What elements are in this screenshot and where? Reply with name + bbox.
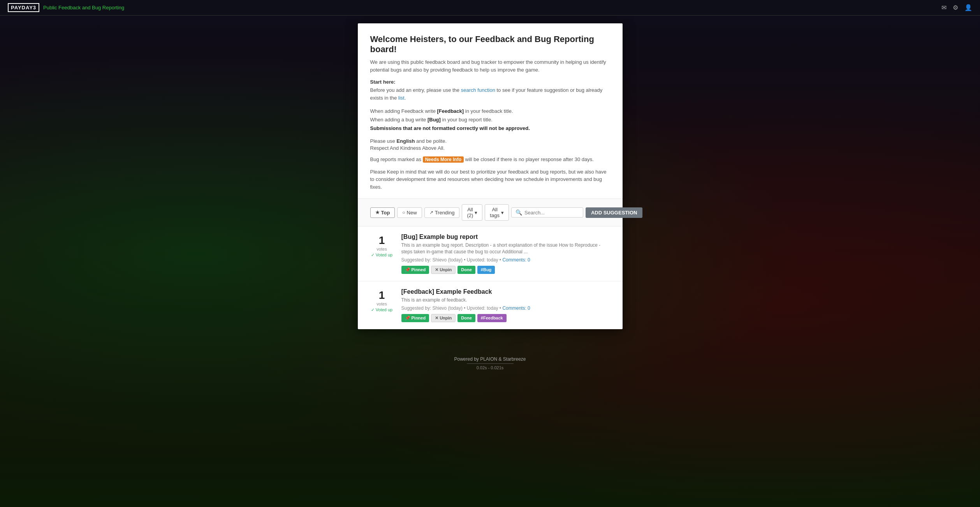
trending-label: Trending	[435, 210, 455, 216]
list-item: 1 votes ✓ Voted up [Bug] Example bug rep…	[358, 226, 623, 281]
tag-icon: ✕	[435, 267, 438, 272]
tag-pinned[interactable]: 📌 Pinned	[401, 266, 429, 274]
filter-bar: ★ Top ○ New ↗ Trending All (2) ▾ All tag…	[358, 199, 623, 226]
vote-col: 1 votes ✓ Voted up	[370, 233, 394, 258]
list-item: 1 votes ✓ Voted up [Feedback] Example Fe…	[358, 281, 623, 329]
new-label: New	[407, 210, 417, 216]
trending-icon: ↗	[429, 210, 433, 215]
tag-icon: 📌	[405, 267, 410, 272]
list-link[interactable]: list	[398, 95, 405, 101]
welcome-section: Welcome Heisters, to our Feedback and Bu…	[358, 23, 623, 199]
format-warning: Submissions that are not formatted corre…	[370, 124, 610, 133]
item-content: [Feedback] Example Feedback This is an e…	[401, 288, 610, 322]
powered-by-text: Powered by PLAION & Starbreeze	[454, 356, 526, 362]
vote-count: 1	[379, 235, 385, 246]
tags-row: 📌 Pinned✕ UnpinDone#Feedback	[401, 314, 610, 322]
votes-label: votes	[377, 302, 387, 306]
footer-timing: 0.02s - 0.021s	[4, 365, 976, 370]
page-wrapper: Welcome Heisters, to our Feedback and Bu…	[0, 16, 980, 353]
tags-chevron-icon: ▾	[501, 210, 504, 216]
circle-icon: ○	[402, 210, 405, 215]
start-here-label: Start here:	[370, 79, 610, 85]
item-desc: This is an example bug report. Descripti…	[401, 242, 610, 255]
navbar: PAYDAY3 Public Feedback and Bug Reportin…	[0, 0, 980, 16]
user-icon[interactable]: 👤	[964, 4, 972, 11]
navbar-logo: PAYDAY3 Public Feedback and Bug Reportin…	[8, 3, 124, 12]
gear-icon[interactable]: ⚙	[953, 4, 958, 11]
comments-link[interactable]: Comments: 0	[502, 305, 530, 311]
voted-up: ✓ Voted up	[371, 253, 393, 258]
trending-filter-btn[interactable]: ↗ Trending	[424, 207, 460, 218]
item-desc: This is an example of feedback.	[401, 297, 610, 303]
comments-link[interactable]: Comments: 0	[502, 257, 530, 263]
kindness-line: Respect And Kindness Above All.	[370, 145, 610, 151]
bug-instruction: When adding a bug write [Bug] in your bu…	[370, 116, 610, 124]
add-suggestion-button[interactable]: ADD SUGGESTION	[586, 207, 642, 218]
search-icon: 🔍	[516, 209, 522, 216]
star-icon: ★	[375, 210, 380, 215]
start-here-block: Start here: Before you add an entry, ple…	[370, 79, 610, 102]
navbar-title: Public Feedback and Bug Reporting	[43, 5, 124, 11]
footer-divider	[467, 363, 514, 364]
tag-unpin[interactable]: ✕ Unpin	[431, 314, 456, 322]
content-panel: Welcome Heisters, to our Feedback and Bu…	[358, 23, 623, 329]
navbar-icons: ✉ ⚙ 👤	[941, 4, 972, 11]
tag-feedback[interactable]: #Feedback	[477, 314, 507, 322]
search-function-link[interactable]: search function	[461, 87, 495, 93]
footer: Powered by PLAION & Starbreeze 0.02s - 0…	[0, 353, 980, 374]
item-meta: Suggested by: Shievo (today) • Upvoted: …	[401, 305, 610, 311]
all-label: All (2)	[467, 207, 473, 218]
tags-row: 📌 Pinned✕ UnpinDone#Bug	[401, 266, 610, 274]
all-tags-label: All tags	[490, 207, 500, 218]
needs-more-info-badge: Needs More Info	[423, 156, 464, 163]
tag-unpin[interactable]: ✕ Unpin	[431, 266, 456, 274]
mail-icon[interactable]: ✉	[941, 4, 947, 11]
item-meta: Suggested by: Shievo (today) • Upvoted: …	[401, 257, 610, 263]
search-wrap: 🔍	[511, 207, 583, 218]
tag-pinned[interactable]: 📌 Pinned	[401, 314, 429, 322]
search-input[interactable]	[524, 210, 579, 216]
logo-text: PAYDAY	[11, 5, 33, 11]
feedback-instruction: When adding Feedback write [Feedback] in…	[370, 107, 610, 116]
tag-done[interactable]: Done	[457, 314, 475, 322]
top-label: Top	[381, 210, 390, 216]
instructions-block: When adding Feedback write [Feedback] in…	[370, 107, 610, 133]
item-title[interactable]: [Bug] Example bug report	[401, 233, 610, 240]
all-tags-btn[interactable]: All tags ▾	[485, 204, 509, 221]
all-filter-btn[interactable]: All (2) ▾	[462, 204, 482, 221]
all-chevron-icon: ▾	[475, 210, 477, 216]
tag-icon: ✕	[435, 316, 438, 321]
tag-bug[interactable]: #Bug	[477, 266, 495, 274]
welcome-title: Welcome Heisters, to our Feedback and Bu…	[370, 34, 610, 54]
welcome-desc: We are using this public feedback board …	[370, 58, 610, 74]
items-list: 1 votes ✓ Voted up [Bug] Example bug rep…	[358, 226, 623, 329]
vote-col: 1 votes ✓ Voted up	[370, 288, 394, 312]
logo-num: 3	[33, 5, 36, 11]
start-here-sub: Before you add an entry, please use the …	[370, 86, 610, 102]
tag-done[interactable]: Done	[457, 266, 475, 274]
item-title[interactable]: [Feedback] Example Feedback	[401, 288, 610, 295]
english-line: Please use English and be polite.	[370, 138, 610, 144]
prioritize-note: Please Keep in mind that we will do our …	[370, 168, 610, 191]
new-filter-btn[interactable]: ○ New	[397, 207, 422, 218]
needs-info-block: Bug reports marked as Needs More Info wi…	[370, 156, 610, 163]
vote-count: 1	[379, 290, 385, 301]
tag-icon: 📌	[405, 316, 410, 321]
item-content: [Bug] Example bug report This is an exam…	[401, 233, 610, 274]
votes-label: votes	[377, 247, 387, 251]
top-filter-btn[interactable]: ★ Top	[370, 207, 395, 218]
logo-box: PAYDAY3	[8, 3, 39, 12]
voted-up: ✓ Voted up	[371, 307, 393, 312]
